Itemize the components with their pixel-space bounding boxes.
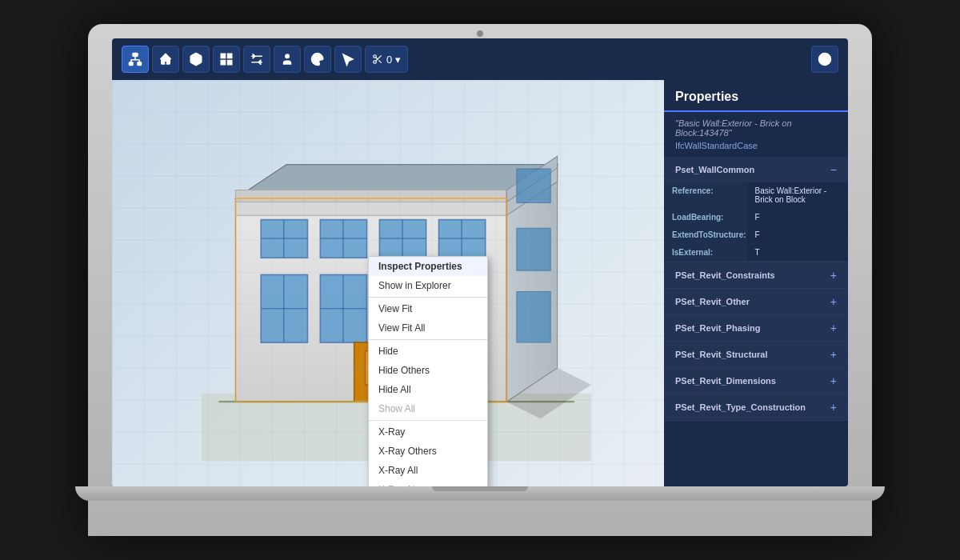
prop-extendtostructure-row: ExtendToStructure: F <box>664 226 848 244</box>
context-menu-xray-all[interactable]: X-Ray All <box>369 461 487 480</box>
svg-rect-8 <box>221 54 225 58</box>
pset-revit-phasing-section: PSet_Revit_Phasing + <box>664 315 848 342</box>
prop-reference-val: Basic Wall:Exterior - Brick on Block <box>747 182 849 208</box>
svg-marker-25 <box>236 165 558 198</box>
paint-button[interactable] <box>304 46 331 73</box>
pset-revit-constraints-header[interactable]: PSet_Revit_Constraints + <box>664 262 848 288</box>
pset-revit-structural-toggle: + <box>830 348 837 361</box>
prop-reference-row: Reference: Basic Wall:Exterior - Brick o… <box>664 182 848 209</box>
scissors-dropdown-arrow: ▾ <box>395 54 401 66</box>
element-type: IfcWallStandardCase <box>664 139 848 157</box>
prop-loadbearing-row: LoadBearing: F <box>664 209 848 226</box>
svg-rect-31 <box>320 220 366 258</box>
svg-marker-29 <box>506 156 558 202</box>
pset-wallcommon-header[interactable]: Pset_WallCommon − <box>664 157 848 182</box>
toolbar-right <box>811 46 838 73</box>
info-button[interactable] <box>811 46 838 73</box>
pset-revit-type-construction-title: PSet_Revit_Type_Construction <box>675 402 806 412</box>
select-tool-button[interactable] <box>334 46 362 73</box>
svg-marker-27 <box>506 165 558 215</box>
context-menu-show-in-explorer[interactable]: Show in Explorer <box>369 276 487 295</box>
pset-revit-constraints-section: PSet_Revit_Constraints + <box>664 262 848 289</box>
svg-marker-23 <box>506 165 558 402</box>
svg-rect-42 <box>261 274 307 342</box>
laptop-camera <box>477 30 483 37</box>
context-menu-sep-1 <box>369 297 487 298</box>
pset-revit-type-construction-toggle: + <box>830 401 837 414</box>
prop-extendtostructure-val: F <box>747 226 849 243</box>
prop-isexternal-row: IsExternal: T <box>664 244 848 262</box>
svg-rect-30 <box>261 220 307 258</box>
context-menu-sep-3 <box>369 420 487 421</box>
svg-marker-61 <box>506 368 591 419</box>
context-menu-inspect-properties[interactable]: Inspect Properties <box>369 257 487 276</box>
pset-revit-other-section: PSet_Revit_Other + <box>664 289 848 315</box>
svg-rect-1 <box>130 62 134 66</box>
person-button[interactable] <box>274 46 301 73</box>
svg-line-17 <box>376 58 378 59</box>
pset-revit-constraints-title: PSet_Revit_Constraints <box>675 270 775 280</box>
toolbar: 0 ▾ <box>112 38 848 80</box>
pset-wallcommon-toggle: − <box>830 163 837 176</box>
context-menu-xray-others[interactable]: X-Ray Others <box>369 442 487 461</box>
properties-panel-header: Properties <box>664 80 848 112</box>
transform-button[interactable] <box>243 46 270 73</box>
svg-rect-28 <box>236 190 507 202</box>
prop-reference-key: Reference: <box>664 182 747 208</box>
context-menu-hide-all[interactable]: Hide All <box>369 380 487 399</box>
svg-point-13 <box>374 55 377 58</box>
pset-revit-type-construction-section: PSet_Revit_Type_Construction + <box>664 394 848 421</box>
context-menu-show-all: Show All <box>369 399 487 418</box>
context-menu-view-fit[interactable]: View Fit <box>369 299 487 318</box>
main-area: Inspect Properties Show in Explorer View… <box>112 80 848 486</box>
pset-revit-structural-title: PSet_Revit_Structural <box>675 350 768 359</box>
context-menu-hide[interactable]: Hide <box>369 342 487 361</box>
pset-revit-phasing-header[interactable]: PSet_Revit_Phasing + <box>664 315 848 341</box>
context-menu-view-fit-all[interactable]: View Fit All <box>369 318 487 338</box>
pset-revit-structural-header[interactable]: PSet_Revit_Structural + <box>664 342 848 367</box>
app-container: 0 ▾ <box>112 38 848 486</box>
prop-isexternal-val: T <box>747 244 849 261</box>
properties-content: Pset_WallCommon − Reference: Basic Wall:… <box>664 157 848 486</box>
context-menu-sep-2 <box>369 339 487 340</box>
svg-line-16 <box>378 60 381 62</box>
network-button[interactable] <box>122 46 149 73</box>
svg-rect-33 <box>439 220 486 258</box>
svg-point-12 <box>286 54 290 58</box>
pset-revit-structural-section: PSet_Revit_Structural + <box>664 342 848 368</box>
context-menu-xray[interactable]: X-Ray <box>369 422 487 442</box>
svg-marker-24 <box>236 165 558 198</box>
pset-revit-dimensions-title: PSet_Revit_Dimensions <box>675 376 776 386</box>
svg-marker-57 <box>517 169 550 202</box>
prop-loadbearing-key: LoadBearing: <box>664 209 747 226</box>
element-name: "Basic Wall:Exterior - Brick on Block:14… <box>664 112 848 139</box>
pset-wallcommon-properties: Reference: Basic Wall:Exterior - Brick o… <box>664 182 848 262</box>
cube-button[interactable] <box>182 46 210 73</box>
svg-rect-43 <box>320 274 366 342</box>
pset-revit-dimensions-toggle: + <box>830 374 837 387</box>
pset-wallcommon-title: Pset_WallCommon <box>675 165 754 174</box>
svg-marker-58 <box>517 228 550 270</box>
context-menu-hide-others[interactable]: Hide Others <box>369 361 487 380</box>
context-menu-xray-none: X-Ray None <box>369 480 487 486</box>
pset-wallcommon-section: Pset_WallCommon − Reference: Basic Wall:… <box>664 157 848 262</box>
pset-revit-phasing-toggle: + <box>830 322 837 334</box>
prop-isexternal-key: IsExternal: <box>664 244 747 261</box>
svg-point-14 <box>374 61 377 64</box>
grid-button[interactable] <box>213 46 240 73</box>
svg-rect-10 <box>221 61 225 65</box>
laptop-screen: 0 ▾ <box>112 38 848 486</box>
viewport[interactable]: Inspect Properties Show in Explorer View… <box>112 80 664 486</box>
context-menu: Inspect Properties Show in Explorer View… <box>368 256 488 486</box>
laptop-base <box>75 486 885 501</box>
home-button[interactable] <box>152 46 179 73</box>
svg-rect-0 <box>133 54 138 57</box>
pset-revit-type-construction-header[interactable]: PSet_Revit_Type_Construction + <box>664 394 848 420</box>
svg-marker-59 <box>517 292 550 343</box>
scissors-dropdown[interactable]: 0 ▾ <box>365 46 408 73</box>
properties-panel: Properties "Basic Wall:Exterior - Brick … <box>664 80 848 486</box>
pset-revit-other-header[interactable]: PSet_Revit_Other + <box>664 289 848 314</box>
svg-marker-26 <box>236 198 507 215</box>
pset-revit-dimensions-header[interactable]: PSet_Revit_Dimensions + <box>664 368 848 394</box>
toolbar-left-group: 0 ▾ <box>122 46 408 73</box>
